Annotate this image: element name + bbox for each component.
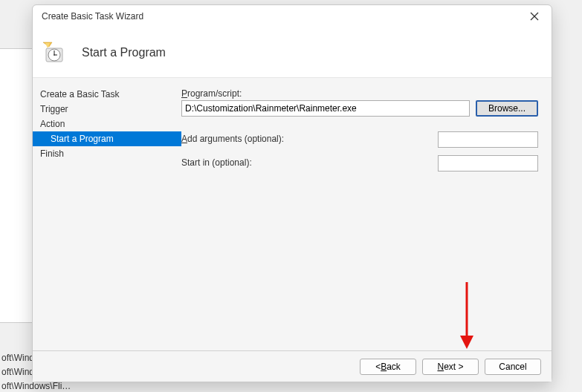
background-panel xyxy=(0,48,32,323)
close-button[interactable] xyxy=(523,7,546,25)
program-script-input[interactable] xyxy=(181,100,470,117)
bg-text-line: oft\Windows\Fli… xyxy=(1,381,71,391)
back-button[interactable]: < Back xyxy=(360,359,416,375)
step-create-basic-task[interactable]: Create a Basic Task xyxy=(33,87,181,102)
start-in-label: Start in (optional): xyxy=(181,157,252,168)
wizard-steps-sidebar: Create a Basic Task Trigger Action Start… xyxy=(33,78,181,350)
step-finish[interactable]: Finish xyxy=(33,146,181,161)
wizard-step-title: Start a Program xyxy=(82,46,166,59)
arguments-input[interactable] xyxy=(438,131,538,148)
arguments-label: Add arguments (optional): xyxy=(181,134,284,144)
wizard-dialog: Create Basic Task Wizard Start a Program… xyxy=(32,4,552,382)
dialog-title: Create Basic Task Wizard xyxy=(42,11,523,22)
titlebar: Create Basic Task Wizard xyxy=(33,5,552,27)
step-trigger[interactable]: Trigger xyxy=(33,102,181,117)
program-script-label: Program/script: xyxy=(181,88,538,99)
step-start-a-program[interactable]: Start a Program xyxy=(33,131,181,146)
wizard-clock-icon xyxy=(42,41,65,65)
wizard-body: Create a Basic Task Trigger Action Start… xyxy=(33,78,552,350)
start-in-input[interactable] xyxy=(438,155,538,172)
cancel-button[interactable]: Cancel xyxy=(485,359,541,375)
next-button[interactable]: Next > xyxy=(422,359,479,375)
browse-button[interactable]: Browse... xyxy=(476,100,538,117)
svg-point-6 xyxy=(54,54,55,56)
wizard-content: Program/script: Browse... Add arguments … xyxy=(181,78,552,350)
wizard-footer: < Back Next > Cancel xyxy=(33,350,552,382)
step-action[interactable]: Action xyxy=(33,117,181,131)
close-icon xyxy=(530,12,539,21)
wizard-header: Start a Program xyxy=(33,27,552,78)
